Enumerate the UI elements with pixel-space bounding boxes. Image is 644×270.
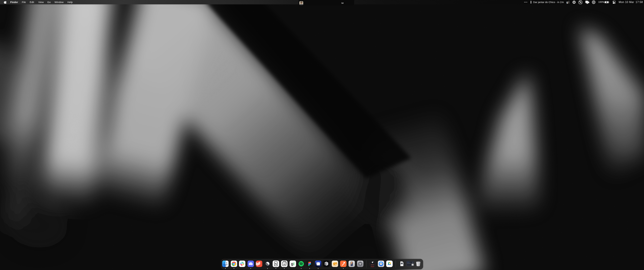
svg-text:raycast: raycast bbox=[371, 264, 374, 265]
svg-text:g: g bbox=[566, 1, 568, 4]
svg-text:g: g bbox=[291, 261, 294, 266]
svg-text:N: N bbox=[275, 262, 277, 266]
svg-text:10: 10 bbox=[283, 263, 286, 265]
